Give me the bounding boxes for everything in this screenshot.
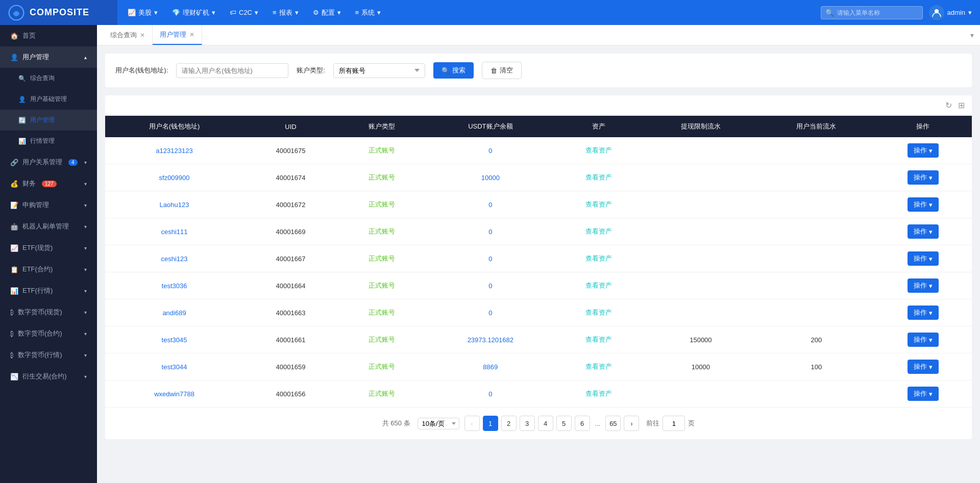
- current-flow-cell: [758, 191, 874, 218]
- page-4-btn[interactable]: 4: [538, 416, 553, 431]
- asset-link[interactable]: 查看资产: [585, 255, 612, 262]
- asset-link[interactable]: 查看资产: [585, 390, 612, 397]
- tab-label-user-mgmt: 用户管理: [160, 30, 186, 39]
- tab-comprehensive-query[interactable]: 综合查询 ✕: [103, 25, 153, 45]
- tab-close-comprehensive[interactable]: ✕: [140, 32, 145, 39]
- sidebar-item-subscription[interactable]: 📝 申购管理 ▾: [0, 194, 97, 216]
- withdraw-limit-cell: [643, 272, 758, 299]
- username-input[interactable]: [176, 63, 288, 78]
- asset-link[interactable]: 查看资产: [585, 363, 612, 370]
- username-link[interactable]: a123123123: [156, 147, 192, 155]
- sidebar-item-etf-contract[interactable]: 📋 ETF(合约) ▾: [0, 259, 97, 280]
- sidebar-item-etf-spot[interactable]: 📈 ETF(现货) ▾: [0, 237, 97, 259]
- asset-link[interactable]: 查看资产: [585, 200, 612, 208]
- current-flow-cell: [758, 218, 874, 245]
- page-5-btn[interactable]: 5: [556, 416, 572, 431]
- sidebar-item-derivative[interactable]: 📉 衍生交易(合约) ▾: [0, 366, 97, 387]
- main-layout: 🏠 首页 👤 用户管理 ▴ 🔍 综合查询 👤 用户基础管理 🔄 用户管理 📊 行…: [0, 25, 980, 483]
- sidebar-item-comprehensive-query[interactable]: 🔍 综合查询: [0, 68, 97, 89]
- username-link[interactable]: Laohu123: [160, 201, 189, 209]
- asset-link[interactable]: 查看资产: [585, 146, 612, 154]
- th-withdraw-limit: 提现限制流水: [643, 116, 758, 137]
- sidebar-item-user-relations[interactable]: 🔗 用户关系管理 4 ▾: [0, 151, 97, 173]
- asset-link[interactable]: 查看资产: [585, 336, 612, 343]
- operate-button[interactable]: 操作 ▾: [908, 251, 939, 266]
- chevron-down-icon: ▾: [84, 245, 87, 251]
- clear-button[interactable]: 🗑 清空: [482, 62, 522, 79]
- operate-button[interactable]: 操作 ▾: [908, 224, 939, 239]
- username-link[interactable]: wxedwin7788: [154, 390, 194, 398]
- page-last-btn[interactable]: 65: [605, 416, 621, 431]
- search-button[interactable]: 🔍 搜索: [433, 62, 474, 79]
- user-icon: 👤: [10, 54, 18, 61]
- operate-button[interactable]: 操作 ▾: [908, 387, 939, 401]
- sidebar-item-user-mgmt[interactable]: 🔄 用户管理: [0, 110, 97, 131]
- tabs-collapse-icon[interactable]: ▾: [970, 31, 974, 39]
- robot-icon: 🤖: [10, 223, 18, 231]
- finance-badge: 127: [42, 181, 57, 187]
- sidebar-item-crypto-spot[interactable]: ₿ 数字货币(现货) ▾: [0, 301, 97, 323]
- operate-button[interactable]: 操作 ▾: [908, 197, 939, 212]
- asset-link[interactable]: 查看资产: [585, 173, 612, 181]
- operate-button[interactable]: 操作 ▾: [908, 170, 939, 185]
- account-type-select[interactable]: 所有账号 正式账号 测试账号: [333, 63, 425, 78]
- page-6-btn[interactable]: 6: [575, 416, 590, 431]
- nav-item-meiguu[interactable]: 📈 美股 ▾: [121, 5, 164, 20]
- sidebar-item-user-management[interactable]: 👤 用户管理 ▴: [0, 46, 97, 68]
- operate-button[interactable]: 操作 ▾: [908, 143, 939, 158]
- prev-page-btn[interactable]: ‹: [464, 416, 480, 431]
- asset-link[interactable]: 查看资产: [585, 282, 612, 289]
- sidebar-item-market-mgmt[interactable]: 📊 行情管理: [0, 131, 97, 151]
- page-2-btn[interactable]: 2: [501, 416, 517, 431]
- username-link[interactable]: ceshi123: [161, 255, 187, 263]
- search-icon: 🔍: [442, 67, 450, 74]
- username-link[interactable]: test3044: [162, 363, 187, 371]
- username-link[interactable]: sfz009900: [159, 174, 190, 182]
- asset-link[interactable]: 查看资产: [585, 227, 612, 235]
- username-link[interactable]: ceshi111: [161, 228, 187, 236]
- sidebar-item-user-basic[interactable]: 👤 用户基础管理: [0, 89, 97, 110]
- sidebar-item-robot[interactable]: 🤖 机器人刷单管理 ▾: [0, 216, 97, 237]
- tab-user-management[interactable]: 用户管理 ✕: [153, 25, 202, 45]
- page-1-btn[interactable]: 1: [483, 416, 498, 431]
- sidebar-item-crypto-market[interactable]: ₿ 数字货币(行情) ▾: [0, 344, 97, 366]
- asset-link[interactable]: 查看资产: [585, 309, 612, 316]
- sidebar-item-home[interactable]: 🏠 首页: [0, 25, 97, 46]
- username-link[interactable]: test3036: [162, 282, 187, 290]
- column-settings-icon[interactable]: ⊞: [957, 99, 966, 111]
- nav-item-licai[interactable]: 💎 理财矿机 ▾: [166, 5, 222, 20]
- nav-search-input[interactable]: [837, 9, 918, 16]
- sidebar-item-etf-market[interactable]: 📊 ETF(行情) ▾: [0, 280, 97, 301]
- nav-search-box[interactable]: 🔍: [821, 6, 923, 19]
- next-page-btn[interactable]: ›: [624, 416, 639, 431]
- th-asset: 资产: [555, 116, 643, 137]
- operate-button[interactable]: 操作 ▾: [908, 333, 939, 347]
- usdt-balance-cell: 0: [488, 255, 492, 263]
- goto-input[interactable]: [663, 416, 685, 431]
- nav-item-c2c[interactable]: 🏷 C2C ▾: [224, 6, 264, 19]
- operate-button[interactable]: 操作 ▾: [908, 306, 939, 320]
- logo-text: COMPOSITE: [30, 7, 89, 18]
- page-size-select[interactable]: 10条/页 20条/页 50条/页 100条/页: [418, 418, 459, 429]
- chevron-down-icon: ▾: [84, 202, 87, 208]
- sidebar-item-finance[interactable]: 💰 财务 127 ▾: [0, 173, 97, 194]
- nav-item-system[interactable]: ≡ 系统 ▾: [349, 5, 387, 20]
- username-link[interactable]: andi689: [162, 309, 186, 317]
- tab-close-user-mgmt[interactable]: ✕: [189, 31, 194, 38]
- uid-cell: 40001672: [243, 191, 338, 218]
- nav-item-report[interactable]: ≡ 报表 ▾: [266, 5, 305, 20]
- operate-chevron-icon: ▾: [929, 363, 933, 371]
- operate-chevron-icon: ▾: [929, 390, 933, 398]
- withdraw-limit-cell: [643, 137, 758, 164]
- account-type-cell: 正式账号: [369, 363, 395, 370]
- operate-button[interactable]: 操作 ▾: [908, 360, 939, 374]
- username-link[interactable]: test3045: [162, 336, 187, 344]
- refresh-icon[interactable]: ↻: [944, 99, 953, 111]
- user-info[interactable]: admin ▾: [929, 5, 972, 20]
- nav-item-config[interactable]: ⚙ 配置 ▾: [307, 5, 347, 20]
- th-usdt-balance: USDT账户余额: [426, 116, 555, 137]
- page-3-btn[interactable]: 3: [520, 416, 535, 431]
- user-relations-badge: 4: [68, 159, 78, 166]
- operate-button[interactable]: 操作 ▾: [908, 278, 939, 293]
- sidebar-item-crypto-contract[interactable]: ₿ 数字货币(合约) ▾: [0, 323, 97, 344]
